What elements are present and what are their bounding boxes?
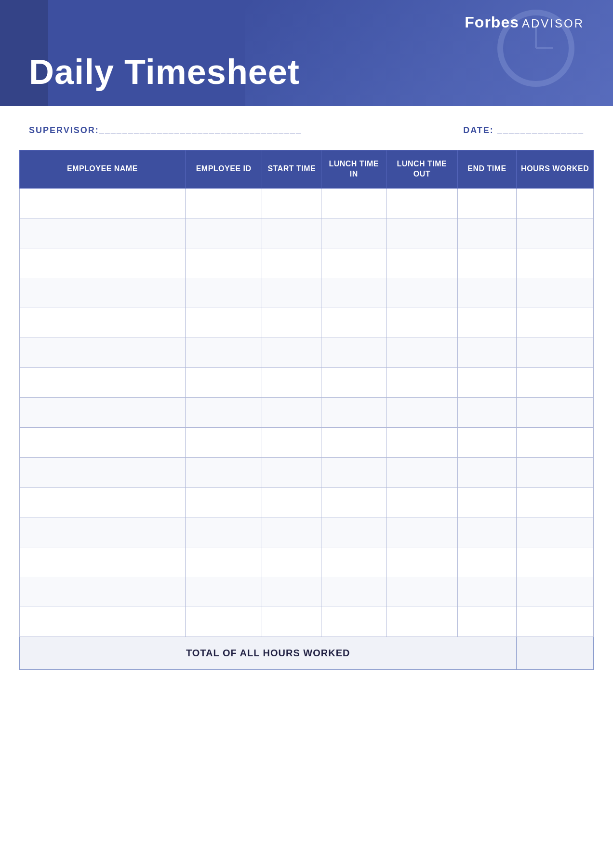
table-cell xyxy=(321,248,386,278)
table-cell xyxy=(386,487,457,517)
table-header-row: EMPLOYEE NAME EMPLOYEE ID START TIME LUN… xyxy=(20,150,594,189)
table-cell xyxy=(321,457,386,487)
table-cell xyxy=(262,607,321,637)
table-cell xyxy=(185,457,262,487)
table-cell xyxy=(185,547,262,577)
brand-name: Forbes xyxy=(465,14,519,31)
table-row xyxy=(20,397,594,427)
table-cell xyxy=(185,338,262,367)
table-cell xyxy=(321,218,386,248)
table-cell xyxy=(386,338,457,367)
meta-row: SUPERVISOR:_____________________________… xyxy=(0,106,613,150)
table-cell xyxy=(457,308,517,338)
table-cell xyxy=(457,427,517,457)
table-cell xyxy=(386,517,457,547)
table-cell xyxy=(20,457,186,487)
table-cell xyxy=(262,308,321,338)
table-cell xyxy=(20,397,186,427)
table-cell xyxy=(262,517,321,547)
table-body xyxy=(20,188,594,637)
total-value-cell xyxy=(517,637,594,669)
table-cell xyxy=(386,457,457,487)
table-row xyxy=(20,248,594,278)
table-cell xyxy=(517,577,594,607)
table-cell xyxy=(20,188,186,218)
table-cell xyxy=(386,547,457,577)
table-cell xyxy=(321,397,386,427)
table-cell xyxy=(262,188,321,218)
table-cell xyxy=(457,607,517,637)
table-cell xyxy=(20,278,186,308)
table-cell xyxy=(457,577,517,607)
table-cell xyxy=(262,457,321,487)
table-row xyxy=(20,308,594,338)
table-cell xyxy=(321,487,386,517)
table-row xyxy=(20,338,594,367)
table-cell xyxy=(321,338,386,367)
header-section: ForbesADVISOR Daily Timesheet xyxy=(0,0,613,106)
table-cell xyxy=(517,427,594,457)
total-row: TOTAL OF ALL HOURS WORKED xyxy=(20,637,594,669)
col-header-start-time: START TIME xyxy=(262,150,321,189)
table-cell xyxy=(185,397,262,427)
table-row xyxy=(20,487,594,517)
table-cell xyxy=(386,577,457,607)
table-cell xyxy=(20,308,186,338)
table-cell xyxy=(517,248,594,278)
table-cell xyxy=(185,278,262,308)
table-cell xyxy=(457,367,517,397)
col-header-employee-id: EMPLOYEE ID xyxy=(185,150,262,189)
brand-logo: ForbesADVISOR xyxy=(465,14,584,31)
col-header-hours-worked: HOURS WORKED xyxy=(517,150,594,189)
table-cell xyxy=(457,248,517,278)
table-cell xyxy=(20,487,186,517)
table-cell xyxy=(457,487,517,517)
table-row xyxy=(20,278,594,308)
table-cell xyxy=(321,367,386,397)
date-label: DATE: _______________ xyxy=(463,125,584,135)
table-row xyxy=(20,577,594,607)
table-cell xyxy=(517,607,594,637)
table-cell xyxy=(321,278,386,308)
table-cell xyxy=(262,547,321,577)
total-label: TOTAL OF ALL HOURS WORKED xyxy=(20,637,517,669)
table-cell xyxy=(517,367,594,397)
timesheet-table: EMPLOYEE NAME EMPLOYEE ID START TIME LUN… xyxy=(19,150,594,670)
table-cell xyxy=(457,278,517,308)
table-cell xyxy=(20,248,186,278)
date-field: DATE: _______________ xyxy=(463,125,584,136)
table-cell xyxy=(262,218,321,248)
supervisor-field: SUPERVISOR:_____________________________… xyxy=(29,125,302,136)
table-cell xyxy=(185,427,262,457)
table-cell xyxy=(517,457,594,487)
table-cell xyxy=(517,487,594,517)
table-cell xyxy=(262,487,321,517)
table-cell xyxy=(185,308,262,338)
col-header-lunch-time-in: LUNCH TIME IN xyxy=(321,150,386,189)
table-cell xyxy=(20,517,186,547)
table-cell xyxy=(517,547,594,577)
table-cell xyxy=(386,188,457,218)
page-title: Daily Timesheet xyxy=(29,52,300,92)
table-cell xyxy=(457,547,517,577)
table-row xyxy=(20,188,594,218)
table-cell xyxy=(262,278,321,308)
table-cell xyxy=(20,577,186,607)
table-cell xyxy=(517,188,594,218)
col-header-lunch-time-out: LUNCH TIME OUT xyxy=(386,150,457,189)
table-cell xyxy=(20,218,186,248)
table-row xyxy=(20,218,594,248)
table-cell xyxy=(517,218,594,248)
table-cell xyxy=(517,397,594,427)
timesheet-table-wrapper: EMPLOYEE NAME EMPLOYEE ID START TIME LUN… xyxy=(0,150,613,689)
table-row xyxy=(20,367,594,397)
col-header-end-time: END TIME xyxy=(457,150,517,189)
table-cell xyxy=(457,218,517,248)
table-cell xyxy=(517,517,594,547)
table-cell xyxy=(262,577,321,607)
table-cell xyxy=(321,188,386,218)
table-cell xyxy=(517,278,594,308)
table-cell xyxy=(262,248,321,278)
table-cell xyxy=(185,607,262,637)
table-cell xyxy=(386,427,457,457)
